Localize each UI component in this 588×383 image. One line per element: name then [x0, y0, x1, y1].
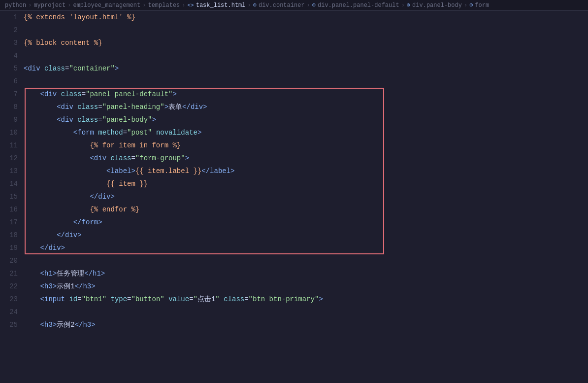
code-line-20	[24, 254, 588, 267]
code-line-12: <div class="form-group">	[24, 152, 588, 165]
line-number-1: 1	[4, 11, 18, 24]
breadcrumb: python › myproject › employee_management…	[0, 0, 588, 11]
breadcrumb-myproject: myproject	[33, 2, 65, 9]
line-number-16: 16	[4, 203, 18, 216]
breadcrumb-python: python	[5, 2, 26, 9]
line-number-25: 25	[4, 318, 18, 331]
code-line-21: <h1>任务管理</h1>	[24, 267, 588, 280]
code-line-6	[24, 75, 588, 88]
code-line-4	[24, 49, 588, 62]
line-number-12: 12	[4, 152, 18, 165]
line-numbers: 1234567891011121314151617181920212223242…	[0, 11, 24, 383]
line-number-6: 6	[4, 75, 18, 88]
code-line-14: {{ item }}	[24, 177, 588, 190]
breadcrumb-panel-body: div.panel-body	[412, 2, 462, 9]
code-line-15: </div>	[24, 190, 588, 203]
code-line-2	[24, 24, 588, 36]
code-line-11: {% for item in form %}	[24, 139, 588, 152]
line-number-3: 3	[4, 36, 18, 49]
dom-icon-4: ⊙	[469, 1, 473, 9]
code-line-1: {% extends 'layout.html' %}	[24, 11, 588, 24]
line-number-17: 17	[4, 216, 18, 229]
code-line-19: </div>	[24, 242, 588, 254]
line-number-4: 4	[4, 49, 18, 62]
line-number-5: 5	[4, 62, 18, 75]
code-line-3: {% block content %}	[24, 36, 588, 49]
line-number-18: 18	[4, 229, 18, 242]
line-number-13: 13	[4, 165, 18, 177]
code-content: {% extends 'layout.html' %} {% block con…	[24, 11, 588, 383]
line-number-2: 2	[4, 24, 18, 36]
breadcrumb-form: form	[475, 2, 489, 9]
code-line-16: {% endfor %}	[24, 203, 588, 216]
code-line-13: <label>{{ item.label }}</label>	[24, 165, 588, 177]
breadcrumb-container: div.container	[259, 2, 305, 9]
line-number-8: 8	[4, 101, 18, 113]
code-line-25: <h3>示例2</h3>	[24, 318, 588, 331]
code-line-22: <h3>示例1</h3>	[24, 280, 588, 293]
breadcrumb-panel: div.panel.panel-default	[318, 2, 399, 9]
breadcrumb-file: task_list.html	[196, 2, 246, 9]
dom-icon-1: ⊙	[253, 1, 257, 9]
line-number-23: 23	[4, 293, 18, 306]
line-number-24: 24	[4, 306, 18, 318]
code-line-9: <div class="panel-body">	[24, 113, 588, 126]
breadcrumb-employee: employee_management	[73, 2, 140, 9]
html-icon: <>	[187, 2, 194, 8]
code-line-8: <div class="panel-heading">表单</div>	[24, 101, 588, 113]
line-number-21: 21	[4, 267, 18, 280]
line-number-11: 11	[4, 139, 18, 152]
dom-icon-2: ⊙	[312, 1, 316, 9]
line-number-22: 22	[4, 280, 18, 293]
line-number-20: 20	[4, 254, 18, 267]
line-number-9: 9	[4, 113, 18, 126]
breadcrumb-templates: templates	[148, 2, 180, 9]
editor-container: python › myproject › employee_management…	[0, 0, 588, 383]
line-number-15: 15	[4, 190, 18, 203]
code-line-18: </div>	[24, 229, 588, 242]
dom-icon-3: ⊙	[407, 1, 410, 9]
code-line-17: </form>	[24, 216, 588, 229]
line-number-14: 14	[4, 177, 18, 190]
code-line-23: <input id="btn1" type="button" value="点击…	[24, 293, 588, 306]
code-line-10: <form method="post" novalidate>	[24, 126, 588, 139]
line-number-10: 10	[4, 126, 18, 139]
line-number-7: 7	[4, 88, 18, 101]
code-line-24	[24, 306, 588, 318]
code-line-7: <div class="panel panel-default">	[24, 88, 588, 101]
code-editor: 1234567891011121314151617181920212223242…	[0, 11, 588, 383]
line-number-19: 19	[4, 242, 18, 254]
code-line-5: <div class="container">	[24, 62, 588, 75]
